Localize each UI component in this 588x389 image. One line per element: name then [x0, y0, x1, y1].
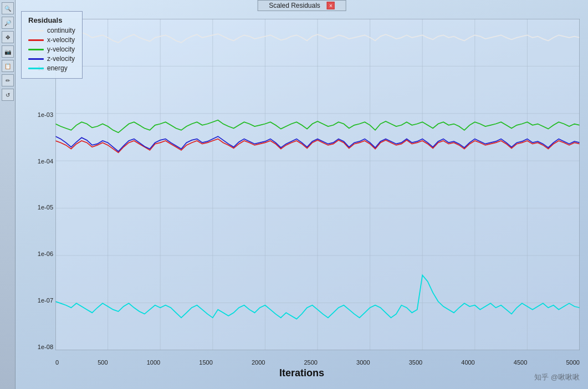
x-label-0: 0 — [55, 359, 59, 366]
legend-item-y-velocity: y-velocity — [28, 45, 75, 53]
legend-item-energy: energy — [28, 64, 75, 72]
main-window: Scaled Residuals × Residuals continuity … — [16, 0, 588, 389]
z-velocity-line-icon — [28, 58, 44, 60]
x-label-2500: 2500 — [304, 359, 317, 366]
y-label-1e-05: 1e-05 — [38, 204, 53, 211]
x-label-4500: 4500 — [514, 359, 527, 366]
energy-line-icon — [28, 68, 44, 69]
watermark: 知乎 @啾啾啾 — [534, 372, 580, 382]
x-label-1000: 1000 — [147, 359, 160, 366]
toolbar-btn-copy[interactable]: 📋 — [2, 60, 14, 72]
x-axis-title: Iterations — [21, 367, 582, 379]
legend-label-y-velocity: y-velocity — [47, 45, 75, 53]
plot-svg — [55, 19, 580, 350]
toolbar-btn-camera[interactable]: 📷 — [2, 45, 14, 58]
toolbar: 🔍 🔎 ✥ 📷 📋 ✏ ↺ — [0, 0, 16, 389]
toolbar-btn-zoom-in[interactable]: 🔍 — [2, 2, 14, 14]
y-label-1e-08: 1e-08 — [38, 344, 53, 350]
y-velocity-line-icon — [28, 49, 44, 50]
legend-title: Residuals — [28, 16, 75, 24]
x-label-5000: 5000 — [566, 359, 579, 366]
legend-label-x-velocity: x-velocity — [47, 36, 75, 44]
x-label-2000: 2000 — [252, 359, 265, 366]
legend-label-continuity: continuity — [47, 27, 75, 34]
x-label-3000: 3000 — [356, 359, 370, 366]
legend-item-x-velocity: x-velocity — [28, 36, 75, 44]
y-label-1e-06: 1e-06 — [38, 251, 53, 257]
legend: Residuals continuity x-velocity y-veloci… — [21, 11, 83, 79]
title-bar: Scaled Residuals × — [257, 0, 346, 11]
y-label-1e-04: 1e-04 — [38, 158, 53, 165]
legend-label-energy: energy — [47, 64, 68, 72]
plot-svg-container — [55, 19, 580, 350]
continuity-line-icon — [28, 30, 44, 32]
x-velocity-line-icon — [28, 39, 44, 41]
x-axis-labels: 0 500 1000 1500 2000 2500 3000 3500 4000… — [55, 359, 580, 366]
x-label-4000: 4000 — [461, 359, 474, 366]
toolbar-btn-zoom-out[interactable]: 🔎 — [2, 17, 14, 29]
y-label-1e-07: 1e-07 — [38, 298, 53, 304]
toolbar-btn-reset[interactable]: ↺ — [2, 89, 14, 101]
legend-item-z-velocity: z-velocity — [28, 55, 75, 63]
plot-container: 1e-01 1e-02 1e-03 1e-04 1e-05 1e-06 1e-0… — [27, 19, 580, 350]
x-label-1500: 1500 — [199, 359, 212, 366]
legend-item-continuity: continuity — [28, 27, 75, 34]
legend-label-z-velocity: z-velocity — [47, 55, 75, 63]
toolbar-btn-edit[interactable]: ✏ — [2, 74, 14, 86]
x-label-3500: 3500 — [409, 359, 422, 366]
y-label-1e-03: 1e-03 — [38, 112, 53, 118]
x-label-500: 500 — [98, 359, 108, 366]
toolbar-btn-pan[interactable]: ✥ — [2, 31, 14, 43]
close-button[interactable]: × — [327, 2, 335, 9]
chart-area: 1e-01 1e-02 1e-03 1e-04 1e-05 1e-06 1e-0… — [21, 13, 582, 383]
window-title: Scaled Residuals — [269, 2, 320, 9]
